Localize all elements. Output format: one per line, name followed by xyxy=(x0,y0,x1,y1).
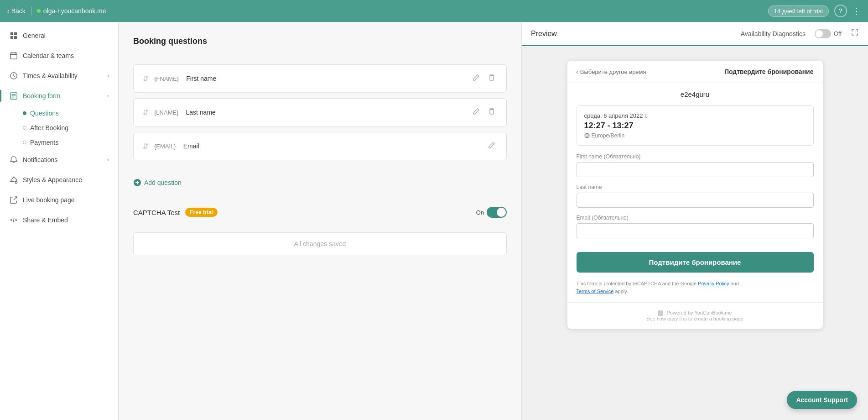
svg-line-15 xyxy=(14,197,17,200)
help-icon: ? xyxy=(839,7,842,15)
booking-form-sub-items: Questions After Booking Payments xyxy=(0,106,118,150)
dots-icon: ⋮ xyxy=(852,6,861,16)
question-row-fname: ⇵ {FNAME} First name xyxy=(133,64,507,93)
sidebar-label-general: General xyxy=(23,32,109,39)
sidebar-label-live-booking: Live booking page xyxy=(23,196,109,204)
booking-timezone: Europe/Berlin xyxy=(584,132,806,139)
preview-header: Preview Availability Diagnostics Off xyxy=(522,22,868,46)
booking-form-fields: First name (Обязательно) Last name xyxy=(567,153,823,248)
help-button[interactable]: ? xyxy=(834,5,847,17)
inactive-dot-2 xyxy=(23,141,26,144)
drag-handle-fname[interactable]: ⇵ xyxy=(143,74,149,83)
preview-title: Preview xyxy=(531,30,557,38)
question-label-email: Email xyxy=(183,142,199,150)
question-tag-lname: {LNAME} xyxy=(154,109,178,116)
sidebar-item-times[interactable]: Times & Availability › xyxy=(0,66,118,86)
sidebar-label-times: Times & Availability xyxy=(23,72,103,79)
svg-rect-3 xyxy=(14,36,17,39)
form-icon xyxy=(9,91,18,100)
field-name-firstname: First name xyxy=(577,153,603,160)
booking-time-card: среда, 6 апреля 2022 г. 12:27 - 13:27 Eu… xyxy=(577,105,814,146)
sidebar-sub-questions[interactable]: Questions xyxy=(23,106,118,121)
grid-icon xyxy=(9,31,18,40)
svg-rect-0 xyxy=(10,32,13,35)
field-input-firstname[interactable] xyxy=(577,162,814,177)
sidebar-label-booking-form: Booking form xyxy=(23,92,103,100)
terms-of-service-link[interactable]: Terms of Service xyxy=(577,289,614,294)
powered-by-text: Powered by YouCanBook.me xyxy=(666,310,732,315)
svg-point-14 xyxy=(15,181,17,184)
sidebar-label-styles: Styles & Appearance xyxy=(23,176,109,184)
free-trial-badge: Free trial xyxy=(185,208,218,217)
sidebar-item-calendar-teams[interactable]: Calendar & teams xyxy=(0,46,118,66)
field-required-firstname: (Обязательно) xyxy=(604,153,641,160)
question-actions-lname xyxy=(471,106,497,119)
booking-nav: ‹ Выберите другое время Подтвердите брон… xyxy=(567,61,823,83)
external-link-icon xyxy=(9,195,18,205)
delete-fname-button[interactable] xyxy=(486,72,497,85)
preview-content: ‹ Выберите другое время Подтвердите брон… xyxy=(522,46,868,420)
trial-badge: 14 дней left of trial xyxy=(768,5,829,17)
booking-time: 12:27 - 13:27 xyxy=(584,121,806,131)
account-support-button[interactable]: Account Support xyxy=(787,391,857,409)
chevron-notifications-icon: › xyxy=(107,157,109,163)
section-title: Booking questions xyxy=(133,37,507,46)
sidebar-sub-payments[interactable]: Payments xyxy=(23,135,118,150)
more-menu-button[interactable]: ⋮ xyxy=(852,6,861,16)
question-row-lname: ⇵ {LNAME} Last name xyxy=(133,98,507,126)
bell-icon xyxy=(9,155,18,164)
url-text: olga-r.youcanbook.me xyxy=(43,7,106,15)
booking-preview-card: ‹ Выберите другое время Подтвердите брон… xyxy=(567,61,823,329)
nav-back-arrow: ‹ xyxy=(577,68,578,75)
top-bar-right: 14 дней left of trial ? ⋮ xyxy=(768,5,861,17)
sidebar-item-share-embed[interactable]: Share & Embed xyxy=(0,210,118,230)
sub-label-questions: Questions xyxy=(30,110,59,117)
field-name-email: Email xyxy=(577,215,590,221)
captcha-toggle-container: On xyxy=(476,207,507,218)
code-icon xyxy=(9,215,18,225)
field-label-email: Email (Обязательно) xyxy=(577,214,814,221)
availability-toggle-button[interactable] xyxy=(815,29,831,38)
site-url: olga-r.youcanbook.me xyxy=(37,7,106,15)
sidebar-item-live-booking[interactable]: Live booking page xyxy=(0,190,118,210)
nav-back-button[interactable]: ‹ Выберите другое время xyxy=(577,68,646,75)
sidebar: General Calendar & teams Times & Availab… xyxy=(0,22,119,420)
booking-submit-button[interactable]: Подтвидите бронирование xyxy=(577,252,814,273)
field-group-lastname: Last name xyxy=(577,184,814,208)
captcha-toggle-button[interactable] xyxy=(487,207,507,218)
field-input-lastname[interactable] xyxy=(577,193,814,208)
back-button[interactable]: ‹ Back xyxy=(7,7,26,15)
paint-icon xyxy=(9,175,18,184)
divider xyxy=(31,6,31,16)
captcha-toggle-on-label: On xyxy=(476,209,484,216)
field-input-email[interactable] xyxy=(577,223,814,238)
question-actions-fname xyxy=(471,72,497,85)
sidebar-label-notifications: Notifications xyxy=(23,156,103,163)
preview-panel: Preview Availability Diagnostics Off ‹ В… xyxy=(521,22,868,420)
expand-preview-button[interactable] xyxy=(851,28,859,39)
sidebar-item-booking-form[interactable]: Booking form ‹ xyxy=(0,86,118,106)
privacy-policy-link[interactable]: Privacy Policy xyxy=(698,281,729,286)
powered-icon xyxy=(658,310,663,316)
sidebar-item-notifications[interactable]: Notifications › xyxy=(0,150,118,170)
drag-handle-lname[interactable]: ⇵ xyxy=(143,108,149,117)
question-tag-email: {EMAIL} xyxy=(154,143,176,150)
drag-handle-email[interactable]: ⇵ xyxy=(143,142,149,151)
sidebar-item-general[interactable]: General xyxy=(0,26,118,46)
add-question-label: Add question xyxy=(144,179,182,186)
edit-fname-button[interactable] xyxy=(471,72,482,85)
sub-label-after-booking: After Booking xyxy=(30,124,68,131)
question-row-email: ⇵ {EMAIL} Email xyxy=(133,132,507,160)
sidebar-item-styles[interactable]: Styles & Appearance xyxy=(0,170,118,190)
main-layout: General Calendar & teams Times & Availab… xyxy=(0,22,868,420)
booking-confirm-title: Подтвердите бронирование xyxy=(724,68,814,75)
edit-email-button[interactable] xyxy=(486,140,497,152)
add-question-button[interactable]: Add question xyxy=(133,177,507,189)
delete-lname-button[interactable] xyxy=(486,106,497,119)
sub-label-payments: Payments xyxy=(30,139,58,146)
powered-by-sub: See how easy it is to create a booking p… xyxy=(646,316,743,321)
chevron-down-icon: › xyxy=(107,73,109,79)
edit-lname-button[interactable] xyxy=(471,106,482,119)
active-indicator xyxy=(0,90,1,102)
sidebar-sub-after-booking[interactable]: After Booking xyxy=(23,121,118,135)
